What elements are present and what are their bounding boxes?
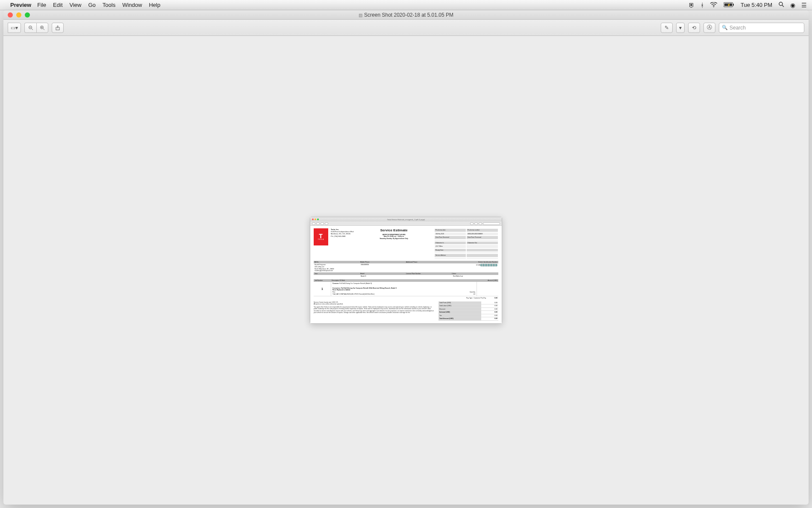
svg-line-8 — [32, 29, 33, 30]
svg-rect-2 — [733, 4, 734, 6]
paytype-row: Pay Type : Customer Pre-Pay0.00 — [314, 296, 498, 300]
menu-window[interactable]: Window — [122, 2, 142, 8]
highlight-button[interactable]: Ⓐ — [703, 23, 715, 33]
preview-window: ▧Screen Shot 2020-02-18 at 5.01.05 PM ▭▾… — [3, 10, 809, 505]
svg-point-0 — [713, 6, 714, 7]
inner-toolbar — [310, 222, 502, 226]
job-row: 1 Concern: Full Self-Driving Car Compute… — [314, 282, 498, 296]
dept-hours: SERVICE DEPARTMENT HOURS Mon-Fri: 8:00 a… — [356, 234, 432, 240]
svg-line-6 — [782, 5, 784, 7]
svg-point-5 — [779, 2, 783, 6]
vin-redacted — [480, 264, 497, 266]
notification-center-icon[interactable]: ☰ — [801, 2, 807, 9]
battery-icon[interactable]: ⚡ — [724, 2, 735, 9]
preview-toolbar: ▭▾ ✎ ▾ ⟲ Ⓐ 🔍 Search — [3, 20, 809, 36]
spotlight-icon[interactable] — [778, 1, 784, 9]
search-placeholder: Search — [730, 25, 746, 31]
inner-sidebar-icon — [312, 222, 315, 225]
inner-share-icon — [325, 222, 328, 225]
search-input[interactable]: 🔍 Search — [719, 23, 804, 33]
window-titlebar[interactable]: ▧Screen Shot 2020-02-18 at 5.01.05 PM — [3, 10, 809, 20]
inner-zoomout-icon — [316, 222, 320, 225]
menu-tools[interactable]: Tools — [103, 2, 115, 8]
menu-go[interactable]: Go — [88, 2, 95, 8]
svg-text:⚡: ⚡ — [727, 3, 731, 7]
vehicle-row: Model 3Red Multi-Coat — [314, 275, 498, 278]
customer-row1: Harold Ferguson 535 coffey ave North Wil… — [314, 263, 498, 272]
zoom-out-button[interactable] — [24, 23, 36, 33]
menu-view[interactable]: View — [70, 2, 82, 8]
markup-button[interactable]: ✎ — [661, 23, 673, 33]
inner-search-input — [483, 222, 500, 225]
macos-menubar: Preview File Edit View Go Tools Window H… — [0, 0, 812, 10]
document-canvas[interactable]: Tesla Service Estimate_encrypted_-2.pdf … — [3, 36, 809, 505]
siri-icon[interactable]: ◉ — [790, 2, 795, 9]
wifi-icon[interactable] — [710, 2, 718, 9]
file-icon: ▧ — [359, 13, 362, 18]
menu-help[interactable]: Help — [149, 2, 160, 8]
sidebar-toggle-button[interactable]: ▭▾ — [8, 23, 21, 33]
totals-table: Total Parts (USD)0.00 Total Labor (USD)0… — [438, 301, 498, 321]
inner-zoomin-icon — [321, 222, 324, 225]
inner-preview-window: Tesla Service Estimate_encrypted_-2.pdf … — [310, 217, 502, 324]
service-estimate-document: TTESLA Tesla, Inc. 9140 East Independenc… — [310, 226, 502, 323]
company-address: Tesla, Inc. 9140 East Independence Blvd … — [331, 228, 353, 259]
menubar-clock[interactable]: Tue 5:40 PM — [741, 2, 772, 8]
shield-icon[interactable]: ⛨ — [688, 2, 694, 9]
app-name[interactable]: Preview — [10, 2, 31, 8]
inner-rotate-icon — [474, 222, 478, 225]
bluetooth-icon[interactable]: ᚼ — [700, 2, 704, 9]
meta-table: Pro-forma datePro-forma number 18-Feb-20… — [434, 228, 498, 259]
inner-highlight-icon — [479, 222, 482, 225]
svg-line-11 — [43, 29, 44, 30]
rotate-button[interactable]: ⟲ — [688, 23, 700, 33]
document-title: Service Estimate — [356, 228, 432, 233]
share-button[interactable] — [52, 23, 64, 33]
footer-notes: Service Center hourly rate: USD 175 All … — [314, 301, 436, 321]
search-icon: 🔍 — [722, 25, 728, 30]
inner-titlebar: Tesla Service Estimate_encrypted_-2.pdf … — [310, 217, 502, 222]
inner-markup-icon — [470, 222, 474, 225]
menu-edit[interactable]: Edit — [53, 2, 62, 8]
markup-dropdown-button[interactable]: ▾ — [676, 23, 685, 33]
tesla-logo: TTESLA — [314, 228, 328, 245]
window-title: ▧Screen Shot 2020-02-18 at 5.01.05 PM — [3, 12, 809, 18]
inner-window-title: Tesla Service Estimate_encrypted_-2.pdf … — [310, 219, 502, 221]
zoom-in-button[interactable] — [36, 23, 48, 33]
menu-file[interactable]: File — [37, 2, 46, 8]
